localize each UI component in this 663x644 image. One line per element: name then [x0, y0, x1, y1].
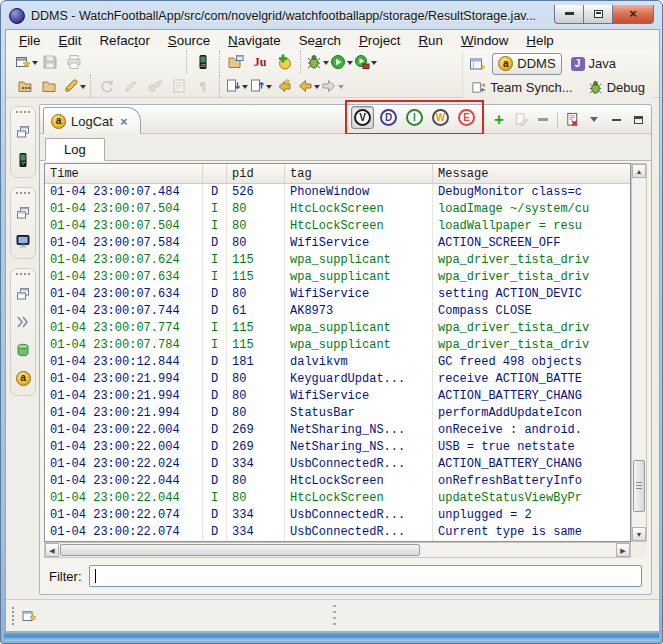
vertical-scrollbar[interactable]: ▲ ▼: [631, 163, 647, 542]
column-header[interactable]: [203, 164, 227, 183]
tab-logcat[interactable]: a LogCat ×: [43, 107, 141, 134]
device-view-button[interactable]: [191, 51, 215, 73]
scroll-left-icon[interactable]: ◀: [45, 543, 59, 557]
log-row[interactable]: 01-04 23:00:21.994 D 80 StatusBar perfor…: [45, 405, 630, 422]
scroll-right-icon[interactable]: ▶: [616, 543, 630, 557]
log-row[interactable]: 01-04 23:00:07.484 D 526 PhoneWindow Deb…: [45, 184, 630, 201]
log-row[interactable]: 01-04 23:00:22.044 D 80 HtcLockScreen on…: [45, 473, 630, 490]
drag-handle-icon[interactable]: [16, 192, 30, 195]
delete-filter-button[interactable]: [533, 110, 553, 130]
debug-button[interactable]: [305, 51, 329, 73]
minimize-view-button[interactable]: [606, 110, 626, 130]
log-row[interactable]: 01-04 23:00:22.004 D 269 NetSharing_NS..…: [45, 439, 630, 456]
clear-log-button[interactable]: [562, 110, 582, 130]
menu-item[interactable]: Help: [517, 31, 562, 50]
vertical-scroll-thumb[interactable]: [633, 460, 645, 512]
add-filter-button[interactable]: +: [489, 110, 509, 130]
show-whitespace-button[interactable]: ¶: [191, 75, 215, 97]
filter-input[interactable]: [89, 565, 643, 587]
log-row[interactable]: 01-04 23:00:07.784 I 115 wpa_supplicant …: [45, 337, 630, 354]
column-header[interactable]: tag: [285, 164, 433, 183]
log-row[interactable]: 01-04 23:00:21.994 D 80 WifiService ACTI…: [45, 388, 630, 405]
level-filter-button[interactable]: I: [403, 106, 426, 129]
previous-annotation-button[interactable]: [248, 75, 272, 97]
level-filter-button[interactable]: E: [455, 106, 478, 129]
drag-handle-icon[interactable]: [16, 111, 30, 114]
log-row[interactable]: 01-04 23:00:07.634 D 80 WifiService sett…: [45, 286, 630, 303]
scroll-up-icon[interactable]: ▲: [632, 164, 646, 178]
status-drag-handle-icon[interactable]: [333, 605, 336, 627]
level-filter-button[interactable]: D: [377, 106, 400, 129]
perspective-java-button[interactable]: J Java: [565, 53, 622, 75]
level-filter-button[interactable]: V: [351, 106, 374, 129]
horizontal-scroll-thumb[interactable]: [60, 544, 420, 556]
log-row[interactable]: 01-04 23:00:22.074 D 334 UsbConnectedR..…: [45, 524, 630, 541]
log-row[interactable]: 01-04 23:00:07.504 I 80 HtcLockScreen lo…: [45, 201, 630, 218]
forward-button[interactable]: [320, 75, 344, 97]
log-row[interactable]: 01-04 23:00:07.584 D 80 WifiService ACTI…: [45, 235, 630, 252]
log-row[interactable]: 01-04 23:00:22.024 D 334 UsbConnectedR..…: [45, 456, 630, 473]
menu-item[interactable]: Refactor: [90, 31, 158, 50]
column-header[interactable]: Time: [45, 164, 203, 183]
minimize-button[interactable]: [554, 5, 584, 24]
ant-build-button[interactable]: [143, 75, 167, 97]
view-menu-button[interactable]: [584, 110, 604, 130]
new-project-button[interactable]: [224, 51, 248, 73]
edit-filter-button[interactable]: [511, 110, 531, 130]
restore-view-button[interactable]: [13, 284, 33, 304]
column-header[interactable]: pid: [227, 164, 285, 183]
run-external-tools-button[interactable]: [353, 51, 377, 73]
perspective-ddms-button[interactable]: a DDMS: [492, 53, 561, 75]
titlebar[interactable]: DDMS - WatchFootballApp/src/com/novelgri…: [5, 4, 658, 28]
run-button[interactable]: [329, 51, 353, 73]
level-filter-button[interactable]: W: [429, 106, 452, 129]
menu-item[interactable]: Run: [409, 31, 451, 50]
open-type-button[interactable]: [14, 75, 38, 97]
save-button[interactable]: [38, 51, 62, 73]
log-row[interactable]: 01-04 23:00:07.624 I 115 wpa_supplicant …: [45, 252, 630, 269]
threads-view-button[interactable]: [13, 312, 33, 332]
close-button[interactable]: ×: [612, 5, 654, 24]
log-row[interactable]: 01-04 23:00:12.844 D 181 dalvikvm GC fre…: [45, 354, 630, 371]
log-row[interactable]: 01-04 23:00:07.774 I 115 wpa_supplicant …: [45, 320, 630, 337]
tab-log[interactable]: Log: [45, 138, 105, 161]
menu-item[interactable]: Search: [290, 31, 350, 50]
open-perspective-button[interactable]: [465, 53, 489, 75]
perspective-debug-button[interactable]: Debug: [582, 77, 651, 99]
devices-view-button[interactable]: [13, 150, 33, 170]
refresh-button[interactable]: [95, 75, 119, 97]
format-button[interactable]: [119, 75, 143, 97]
maximize-view-button[interactable]: [628, 110, 648, 130]
drag-handle-icon[interactable]: [12, 607, 15, 625]
tab-close-icon[interactable]: ×: [118, 114, 130, 129]
menu-item[interactable]: Window: [452, 31, 517, 50]
log-row[interactable]: 01-04 23:00:22.004 D 269 NetSharing_NS..…: [45, 422, 630, 439]
log-row[interactable]: 01-04 23:00:07.504 I 80 HtcLockScreen lo…: [45, 218, 630, 235]
next-annotation-button[interactable]: [224, 75, 248, 97]
outline-button[interactable]: [167, 75, 191, 97]
back-button[interactable]: [296, 75, 320, 97]
new-android-component-button[interactable]: [272, 51, 296, 73]
perspective-team-button[interactable]: Team Synch...: [465, 77, 578, 99]
last-edit-location-button[interactable]: [272, 75, 296, 97]
restore-button[interactable]: [583, 5, 613, 24]
restore-view-button[interactable]: [13, 122, 33, 142]
restore-view-button[interactable]: [13, 203, 33, 223]
column-header[interactable]: Message: [433, 164, 630, 183]
new-wizard-button[interactable]: [14, 51, 38, 73]
scroll-down-icon[interactable]: ▼: [632, 527, 646, 541]
allocation-tracker-view-button[interactable]: a: [13, 368, 33, 388]
horizontal-scrollbar[interactable]: ◀ ▶: [44, 542, 631, 558]
menu-item[interactable]: Navigate: [219, 31, 290, 50]
menu-item[interactable]: File: [10, 31, 50, 50]
log-row[interactable]: 01-04 23:00:22.044 I 80 HtcLockScreen up…: [45, 490, 630, 507]
emulator-control-view-button[interactable]: [13, 231, 33, 251]
log-row[interactable]: 01-04 23:00:07.744 D 61 AK8973 Compass C…: [45, 303, 630, 320]
open-resource-button[interactable]: [38, 75, 62, 97]
menu-item[interactable]: Edit: [50, 31, 91, 50]
print-button[interactable]: [62, 51, 86, 73]
log-row[interactable]: 01-04 23:00:07.634 I 115 wpa_supplicant …: [45, 269, 630, 286]
log-row[interactable]: 01-04 23:00:22.074 D 334 UsbConnectedR..…: [45, 507, 630, 524]
menu-item[interactable]: Project: [350, 31, 409, 50]
log-row[interactable]: 01-04 23:00:21.994 D 80 KeyguardUpdat...…: [45, 371, 630, 388]
